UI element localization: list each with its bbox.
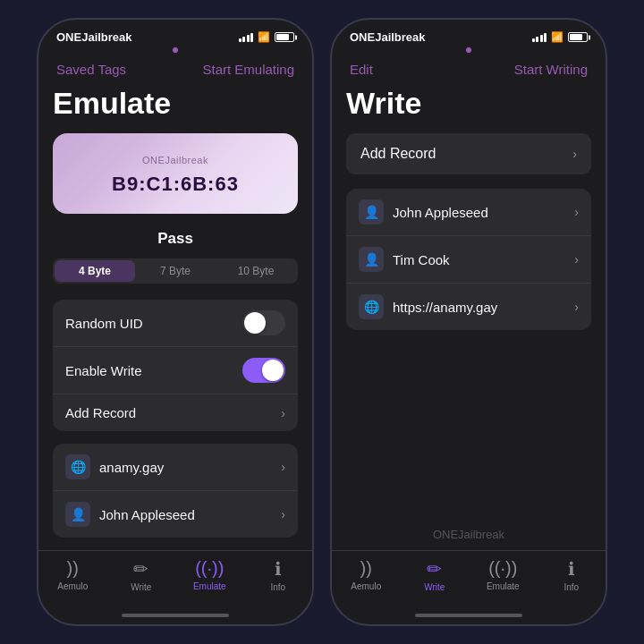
toggle-knob-write xyxy=(262,360,284,381)
tab-info[interactable]: ℹ Info xyxy=(244,558,313,592)
phone-write: ONEJailbreak 📶 Edit Start Writing Write … xyxy=(330,18,607,626)
info-label-2: Info xyxy=(564,582,579,592)
nav-bar-2: Edit Start Writing xyxy=(332,58,606,84)
card-uid: B9:C1:6B:63 xyxy=(71,173,280,196)
battery-icon xyxy=(275,32,294,42)
add-record-row[interactable]: Add Record › xyxy=(53,394,298,431)
emulate-label: Emulate xyxy=(193,581,226,591)
record-tim: Tim Cook xyxy=(393,252,565,267)
tab-write-2[interactable]: ✏ Write xyxy=(401,558,470,592)
write-page-content: Write Add Record › 👤 John Appleseed › 👤 … xyxy=(332,84,606,550)
list-item[interactable]: 🌐 https://anamy.gay › xyxy=(346,284,591,330)
page-title: Emulate xyxy=(53,86,298,121)
aemulo-label: Aemulo xyxy=(57,581,88,591)
wifi-icon-2: 📶 xyxy=(551,31,564,43)
app-name: ONEJailbreak xyxy=(56,30,132,44)
status-icons-2: 📶 xyxy=(532,31,589,43)
home-indicator xyxy=(38,606,312,624)
record-url: anamy.gay xyxy=(99,460,272,475)
enable-write-label: Enable Write xyxy=(65,363,142,378)
list-item[interactable]: 👤 John Appleseed › xyxy=(346,189,591,236)
person-icon-2: 👤 xyxy=(359,247,384,272)
list-item[interactable]: 👤 John Appleseed › xyxy=(53,491,298,538)
write-icon: ✏ xyxy=(133,558,148,580)
signal-icon xyxy=(239,33,254,42)
home-bar xyxy=(122,614,229,617)
write-page-title: Write xyxy=(346,86,591,121)
aemulo-icon-2: )) xyxy=(360,558,372,579)
byte-selector: 4 Byte 7 Byte 10 Byte xyxy=(53,258,298,284)
signal-icon-2 xyxy=(532,33,547,42)
record-chevron-icon-2: › xyxy=(281,507,285,521)
info-icon: ℹ xyxy=(275,558,282,580)
add-record-button[interactable]: Add Record › xyxy=(346,133,591,174)
globe-icon: 🌐 xyxy=(65,454,90,479)
tab-emulate-2[interactable]: ((·)) Emulate xyxy=(469,558,538,592)
home-indicator-2 xyxy=(332,606,606,624)
enable-write-row: Enable Write xyxy=(53,347,298,394)
tab-emulate[interactable]: ((·)) Emulate xyxy=(175,558,244,592)
section-title: Pass xyxy=(53,230,298,248)
list-item[interactable]: 👤 Tim Cook › xyxy=(346,236,591,284)
enable-write-toggle[interactable] xyxy=(242,358,285,383)
random-uid-label: Random UID xyxy=(65,316,143,331)
record-john: John Appleseed xyxy=(393,205,565,220)
nav-bar: Saved Tags Start Emulating xyxy=(38,58,312,84)
tab-aemulo[interactable]: )) Aemulo xyxy=(38,558,107,592)
dot-indicator-2 xyxy=(466,47,471,53)
page-content: Emulate ONEJailbreak B9:C1:6B:63 Pass 4 … xyxy=(38,84,312,550)
write-icon-2: ✏ xyxy=(427,558,442,580)
tab-aemulo-2[interactable]: )) Aemulo xyxy=(332,558,401,592)
person-icon: 👤 xyxy=(65,502,90,527)
saved-tags-link[interactable]: Saved Tags xyxy=(56,62,126,77)
byte-option-7[interactable]: 7 Byte xyxy=(135,260,216,282)
record-chevron-icon: › xyxy=(281,460,285,474)
start-writing-button[interactable]: Start Writing xyxy=(514,62,588,77)
add-record-chevron-icon: › xyxy=(281,406,285,420)
home-bar-2 xyxy=(415,614,522,617)
record-list: 🌐 anamy.gay › 👤 John Appleseed › xyxy=(53,444,298,538)
info-icon-2: ℹ xyxy=(568,558,575,580)
tab-info-2[interactable]: ℹ Info xyxy=(538,558,606,592)
card-brand: ONEJailbreak xyxy=(71,155,280,165)
status-bar: ONEJailbreak 📶 xyxy=(38,20,312,47)
footer-brand: ONEJailbreak xyxy=(346,510,591,550)
write-label-2: Write xyxy=(424,582,445,592)
byte-option-10[interactable]: 10 Byte xyxy=(216,260,296,282)
aemulo-label-2: Aemulo xyxy=(351,581,381,591)
record-chevron-w3: › xyxy=(574,300,579,314)
person-icon-1: 👤 xyxy=(359,199,384,225)
byte-option-4[interactable]: 4 Byte xyxy=(55,260,135,282)
add-record-btn-chevron-icon: › xyxy=(572,147,577,161)
toggle-knob xyxy=(244,312,266,334)
dot-indicator xyxy=(173,47,178,53)
tab-bar: )) Aemulo ✏ Write ((·)) Emulate ℹ Info xyxy=(38,550,312,606)
tab-write[interactable]: ✏ Write xyxy=(107,558,176,592)
battery-icon-2 xyxy=(568,32,588,42)
emulate-icon: ((·)) xyxy=(195,558,224,579)
edit-button[interactable]: Edit xyxy=(350,62,373,77)
wifi-icon: 📶 xyxy=(258,31,270,43)
info-label: Info xyxy=(270,582,285,592)
record-url-w: https://anamy.gay xyxy=(393,300,565,315)
record-chevron-w2: › xyxy=(574,252,579,267)
dot-indicator-row xyxy=(38,47,312,55)
random-uid-row: Random UID xyxy=(53,300,298,347)
add-record-btn-label: Add Record xyxy=(360,146,436,162)
status-icons: 📶 xyxy=(239,31,295,43)
emulate-label-2: Emulate xyxy=(487,581,520,591)
random-uid-toggle[interactable] xyxy=(242,310,285,335)
nfc-card: ONEJailbreak B9:C1:6B:63 xyxy=(53,133,298,214)
list-item[interactable]: 🌐 anamy.gay › xyxy=(53,444,298,491)
status-bar-2: ONEJailbreak 📶 xyxy=(332,20,606,47)
write-label: Write xyxy=(131,582,151,592)
add-record-label: Add Record xyxy=(65,405,136,420)
phone-emulate: ONEJailbreak 📶 Saved Tags Start Emulatin… xyxy=(37,18,314,626)
app-name-2: ONEJailbreak xyxy=(350,30,426,44)
dot-indicator-row-2 xyxy=(332,47,606,55)
write-record-list: 👤 John Appleseed › 👤 Tim Cook › 🌐 https:… xyxy=(346,189,591,330)
start-emulating-button[interactable]: Start Emulating xyxy=(202,62,294,77)
record-chevron-w1: › xyxy=(574,205,579,219)
emulate-icon-2: ((·)) xyxy=(488,558,517,579)
tab-bar-2: )) Aemulo ✏ Write ((·)) Emulate ℹ Info xyxy=(332,550,606,606)
